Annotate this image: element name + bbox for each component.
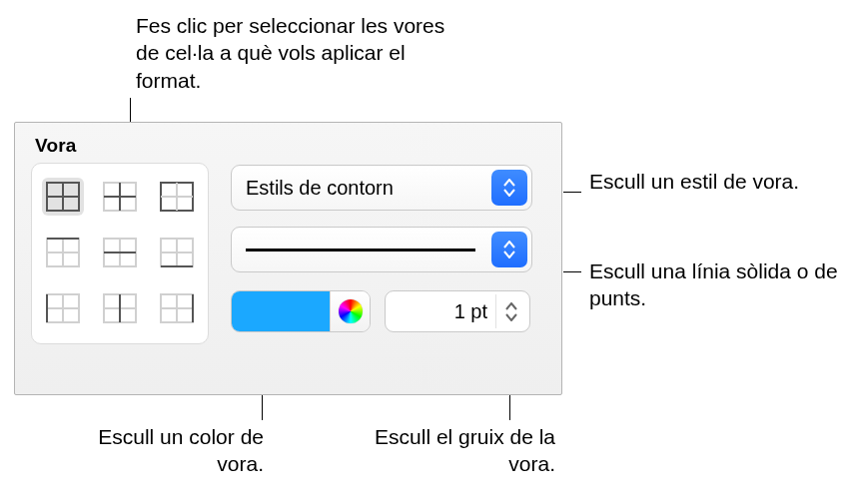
color-wheel-icon [339, 299, 363, 323]
border-inner[interactable] [99, 178, 141, 216]
line-style-select[interactable] [231, 227, 532, 272]
border-selection-grid [31, 163, 209, 344]
callout-thickness: Escull el gruix de la vora. [356, 423, 555, 478]
callout-style: Escull un estil de vora. [589, 168, 839, 195]
border-style-label: Estils de contorn [246, 177, 394, 200]
controls-column: Estils de contorn [231, 163, 545, 332]
line-preview [246, 249, 475, 252]
panel-title: Vora [35, 135, 545, 157]
callout-color: Escull un color de vora. [64, 423, 264, 478]
color-picker-button[interactable] [330, 291, 370, 331]
callout-top: Fes clic per seleccionar les vores de ce… [136, 12, 465, 94]
thickness-value: 1 pt [454, 300, 487, 323]
border-right[interactable] [156, 289, 198, 327]
border-style-select[interactable]: Estils de contorn [231, 165, 532, 211]
chevron-updown-icon [491, 170, 527, 206]
chevron-down-icon[interactable] [505, 313, 517, 321]
border-left[interactable] [42, 289, 84, 327]
color-swatch [232, 291, 330, 331]
border-top[interactable] [42, 234, 84, 271]
callout-line: Escull una línia sòlida o de punts. [589, 257, 839, 312]
border-bottom[interactable] [156, 234, 198, 271]
border-vertical-inner[interactable] [99, 289, 141, 327]
border-horizontal-inner[interactable] [99, 234, 141, 271]
leader-line [563, 271, 581, 272]
border-panel: Vora [14, 122, 562, 395]
chevron-up-icon[interactable] [505, 302, 517, 310]
border-color-well[interactable] [231, 290, 371, 332]
thickness-stepper[interactable]: 1 pt [385, 290, 530, 332]
border-outer[interactable] [156, 178, 198, 216]
leader-style [563, 192, 581, 193]
border-all[interactable] [42, 178, 84, 216]
chevron-updown-icon [491, 232, 527, 267]
